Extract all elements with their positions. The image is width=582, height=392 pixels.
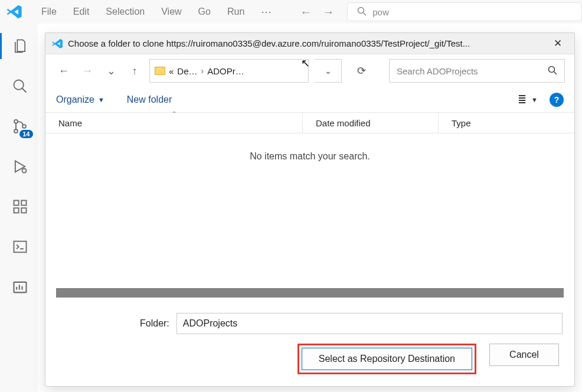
command-center-search[interactable]: pow bbox=[347, 2, 582, 21]
list-view-icon: ≣ bbox=[518, 93, 527, 106]
svg-rect-14 bbox=[14, 282, 26, 293]
cancel-button[interactable]: Cancel bbox=[489, 344, 559, 366]
run-debug-icon[interactable] bbox=[11, 157, 30, 176]
folder-label: Folder: bbox=[140, 318, 169, 329]
vscode-logo-icon bbox=[6, 4, 22, 20]
dialog-footer: Folder: Select as Repository Destination… bbox=[45, 307, 574, 386]
breadcrumb-ellipsis[interactable]: « bbox=[169, 66, 174, 76]
menu-view[interactable]: View bbox=[153, 3, 189, 21]
menu-edit[interactable]: Edit bbox=[65, 3, 98, 21]
address-breadcrumbs[interactable]: « De… › ADOPr… bbox=[149, 59, 309, 83]
svg-line-19 bbox=[554, 71, 557, 74]
file-list-body: No items match your search. bbox=[45, 133, 574, 288]
address-dropdown-button[interactable]: ⌄ bbox=[315, 59, 342, 83]
column-type[interactable]: Type bbox=[439, 113, 574, 133]
folder-chooser-dialog: Choose a folder to clone https://ruiroma… bbox=[45, 32, 575, 387]
menu-file[interactable]: File bbox=[33, 3, 65, 21]
svg-point-4 bbox=[14, 120, 18, 123]
chevron-down-icon: ▼ bbox=[98, 96, 104, 103]
svg-point-6 bbox=[22, 125, 26, 128]
source-control-icon[interactable]: 14 bbox=[11, 117, 30, 136]
menu-more-icon[interactable]: ⋯ bbox=[253, 2, 280, 22]
menu-go[interactable]: Go bbox=[190, 3, 219, 21]
column-headers: Name ⌃ Date modified Type bbox=[45, 112, 574, 133]
nav-back-button[interactable]: ← bbox=[55, 62, 73, 80]
scm-badge: 14 bbox=[19, 130, 32, 138]
view-mode-button[interactable]: ≣ ▼ bbox=[518, 93, 538, 106]
chevron-right-icon: › bbox=[201, 66, 204, 76]
breadcrumb-seg2[interactable]: ADOPr… bbox=[207, 66, 244, 76]
svg-rect-13 bbox=[14, 241, 26, 253]
svg-point-18 bbox=[549, 66, 555, 72]
menu-run[interactable]: Run bbox=[219, 3, 253, 21]
svg-rect-10 bbox=[14, 208, 18, 213]
extensions-icon[interactable] bbox=[11, 197, 30, 216]
nav-forward-icon[interactable]: → bbox=[322, 5, 334, 19]
search-activity-icon[interactable] bbox=[11, 77, 30, 96]
dialog-titlebar: Choose a folder to clone https://ruiroma… bbox=[45, 33, 574, 54]
search-icon bbox=[357, 6, 367, 18]
vscode-menubar: File Edit Selection View Go Run ⋯ ← → po… bbox=[0, 0, 582, 24]
address-row: ← → ⌄ ↑ « De… › ADOPr… ⌄ ⟳ Search ADOPro… bbox=[45, 54, 574, 87]
svg-point-0 bbox=[358, 7, 364, 13]
svg-rect-9 bbox=[14, 201, 18, 205]
svg-rect-11 bbox=[21, 208, 26, 213]
folder-name-input[interactable] bbox=[176, 313, 563, 334]
nav-up-button[interactable]: ↑ bbox=[126, 62, 143, 80]
svg-rect-12 bbox=[21, 201, 26, 205]
nav-back-icon[interactable]: ← bbox=[300, 5, 312, 19]
help-button[interactable]: ? bbox=[550, 93, 564, 107]
svg-line-1 bbox=[364, 12, 367, 15]
powerbi-icon[interactable] bbox=[11, 277, 30, 296]
folder-icon bbox=[155, 67, 165, 75]
organize-button[interactable]: Organize▼ bbox=[56, 94, 104, 105]
svg-point-5 bbox=[14, 129, 18, 133]
new-folder-button[interactable]: New folder bbox=[127, 94, 172, 105]
nav-forward-button[interactable]: → bbox=[79, 62, 96, 80]
select-destination-button[interactable]: Select as Repository Destination bbox=[302, 348, 472, 370]
svg-marker-7 bbox=[15, 161, 24, 172]
chevron-down-icon: ▼ bbox=[531, 96, 538, 103]
vscode-logo-icon bbox=[51, 38, 63, 50]
menu-selection[interactable]: Selection bbox=[97, 3, 153, 21]
horizontal-scrollbar[interactable] bbox=[56, 288, 564, 298]
close-button[interactable]: ✕ bbox=[547, 35, 568, 53]
terminal-panel-icon[interactable] bbox=[11, 237, 30, 256]
svg-point-2 bbox=[14, 80, 23, 90]
refresh-button[interactable]: ⟳ bbox=[348, 59, 375, 83]
nav-recent-button[interactable]: ⌄ bbox=[102, 62, 120, 80]
dialog-title: Choose a folder to clone https://ruiroma… bbox=[68, 38, 547, 48]
breadcrumb-seg1[interactable]: De… bbox=[177, 66, 197, 76]
column-date-modified[interactable]: Date modified bbox=[303, 113, 439, 133]
column-name[interactable]: Name ⌃ bbox=[45, 113, 303, 133]
svg-point-8 bbox=[22, 169, 26, 173]
dialog-toolbar: Organize▼ New folder ≣ ▼ ? bbox=[45, 87, 574, 112]
sort-indicator-icon: ⌃ bbox=[172, 110, 176, 117]
dialog-search-input[interactable]: Search ADOProjects bbox=[389, 59, 565, 83]
activity-bar: 14 bbox=[0, 24, 38, 392]
empty-state-message: No items match your search. bbox=[250, 151, 370, 162]
search-placeholder: Search ADOProjects bbox=[397, 66, 478, 76]
explorer-icon[interactable] bbox=[11, 37, 30, 55]
annotation-highlight: Select as Repository Destination bbox=[297, 344, 476, 374]
svg-line-3 bbox=[22, 89, 26, 93]
search-placeholder-text: pow bbox=[372, 7, 389, 17]
search-icon bbox=[548, 66, 557, 77]
